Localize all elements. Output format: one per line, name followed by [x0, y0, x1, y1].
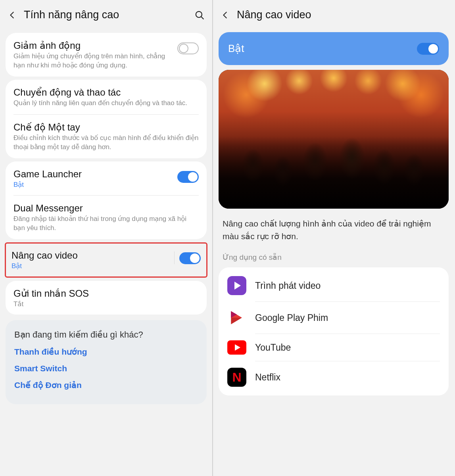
row-title: Giảm ảnh động: [13, 40, 173, 51]
row-title: Chế độ Một tay: [13, 122, 199, 133]
video-player-icon: [227, 276, 246, 295]
row-status: Bật: [13, 180, 173, 189]
hint-title: Bạn đang tìm kiếm điều gì khác?: [14, 330, 198, 340]
page-title: Tính năng nâng cao: [24, 9, 188, 21]
row-sos[interactable]: Gửi tin nhắn SOS Tắt: [6, 281, 207, 315]
row-desc: Quản lý tính năng liên quan đến chuyển đ…: [13, 99, 199, 108]
search-icon[interactable]: [194, 10, 205, 21]
row-title: Chuyển động và thao tác: [13, 87, 199, 98]
app-name: Trình phát video: [255, 280, 321, 291]
app-row-youtube[interactable]: YouTube: [219, 334, 449, 361]
app-name: Google Play Phim: [255, 313, 328, 323]
row-title: Nâng cao video: [12, 250, 169, 261]
card-motion-reduce: Giảm ảnh động Giảm hiệu ứng chuyển động …: [6, 33, 207, 77]
back-button[interactable]: [7, 10, 17, 20]
card-sos: Gửi tin nhắn SOS Tắt: [6, 281, 207, 315]
hint-link-smart-switch[interactable]: Smart Switch: [14, 364, 198, 373]
advanced-features-screen: Tính năng nâng cao Giảm ảnh động Giảm hi…: [0, 0, 213, 476]
svg-line-1: [201, 17, 203, 19]
row-title: Gửi tin nhắn SOS: [13, 288, 199, 299]
google-play-movies-icon: [227, 308, 246, 327]
app-row-video-player[interactable]: Trình phát video: [219, 270, 449, 301]
feature-description: Nâng cao chất lượng hình ảnh của video đ…: [213, 213, 454, 247]
row-game-launcher[interactable]: Game Launcher Bật: [6, 161, 207, 195]
app-name: Netflix: [255, 372, 280, 383]
row-video-enhancer[interactable]: Nâng cao video Bật: [6, 244, 206, 276]
app-name: YouTube: [255, 342, 291, 353]
preview-image: [219, 70, 449, 209]
video-enhancer-highlight: Nâng cao video Bật: [5, 242, 207, 278]
video-enhancer-toggle[interactable]: [179, 252, 201, 264]
row-onehand[interactable]: Chế độ Một tay Điều chỉnh kích thước và …: [6, 115, 207, 158]
row-desc: Đăng nhập tài khoản thứ hai trong ứng dụ…: [13, 215, 199, 233]
apps-section-label: Ứng dụng có sẵn: [213, 247, 454, 265]
youtube-icon: [227, 340, 246, 355]
app-row-netflix[interactable]: N Netflix: [219, 361, 449, 393]
netflix-icon: N: [227, 368, 246, 387]
row-status: Bật: [12, 262, 169, 270]
game-launcher-toggle[interactable]: [177, 171, 199, 183]
app-list: Trình phát video Google Play Phim YouTub…: [219, 267, 449, 395]
hint-card: Bạn đang tìm kiếm điều gì khác? Thanh đi…: [6, 320, 207, 404]
row-desc: Điều chỉnh kích thước và bố cục màn hình…: [13, 134, 199, 152]
page-title: Nâng cao video: [237, 9, 447, 21]
row-motion-reduce[interactable]: Giảm ảnh động Giảm hiệu ứng chuyển động …: [6, 33, 207, 77]
motion-reduce-toggle[interactable]: [177, 42, 199, 54]
row-title: Dual Messenger: [13, 203, 199, 214]
row-motion-gesture[interactable]: Chuyển động và thao tác Quản lý tính năn…: [6, 80, 207, 114]
back-button[interactable]: [220, 10, 230, 20]
row-dual-messenger[interactable]: Dual Messenger Đăng nhập tài khoản thứ h…: [6, 196, 207, 239]
card-motion-onehand: Chuyển động và thao tác Quản lý tính năn…: [6, 80, 207, 158]
row-title: Game Launcher: [13, 169, 173, 180]
row-desc: Giảm hiệu ứng chuyển động trên màn hình,…: [13, 52, 173, 70]
header: Tính năng nâng cao: [0, 0, 212, 30]
master-toggle[interactable]: [417, 43, 439, 55]
app-row-google-play[interactable]: Google Play Phim: [219, 302, 449, 334]
row-status: Tắt: [13, 300, 199, 308]
hint-link-simple-mode[interactable]: Chế độ Đơn giản: [14, 380, 198, 390]
master-toggle-card[interactable]: Bật: [219, 32, 449, 65]
toggle-separator: [174, 251, 175, 264]
card-game-dual: Game Launcher Bật Dual Messenger Đăng nh…: [6, 161, 207, 239]
video-enhancer-screen: Nâng cao video Bật Nâng cao chất lượng h…: [213, 0, 454, 476]
hint-link-navbar[interactable]: Thanh điều hướng: [14, 347, 198, 357]
master-toggle-label: Bật: [228, 42, 417, 55]
header: Nâng cao video: [213, 0, 454, 30]
